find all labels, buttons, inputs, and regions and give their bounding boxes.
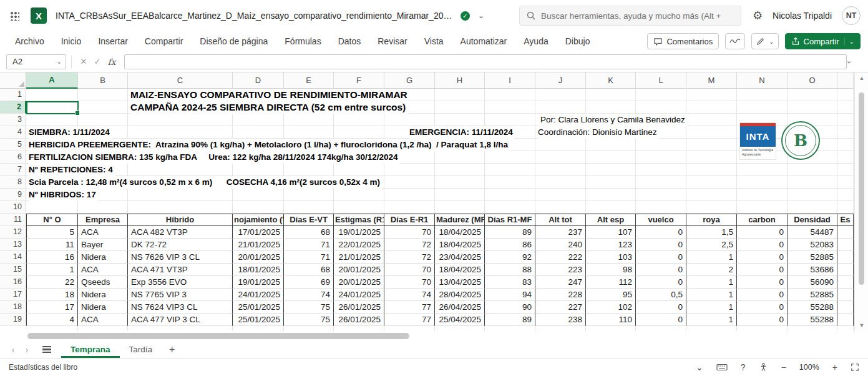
header-cell-nojamiento-v[interactable]: nojamiento (V	[233, 214, 284, 226]
cell-K15[interactable]: 98	[586, 264, 636, 276]
cell-H17[interactable]: 28/04/2025	[435, 289, 485, 301]
vertical-scrollbar[interactable]: ▲ ▼	[854, 72, 868, 331]
cell-text-row-4[interactable]: SIEMBRA: 1/11/2024	[29, 126, 112, 139]
excel-logo-icon[interactable]: X	[31, 7, 47, 24]
name-box-chevron-down-icon[interactable]: ⌄	[57, 58, 62, 65]
cell-G12[interactable]: 70	[384, 226, 435, 239]
cell-B16[interactable]: Qseeds	[78, 276, 128, 289]
cell-J12[interactable]: 237	[535, 226, 586, 239]
accessibility-icon[interactable]	[759, 362, 768, 372]
row-header-10[interactable]: 10	[0, 201, 26, 214]
zoom-level[interactable]: 100%	[799, 363, 819, 372]
cell-A16[interactable]: 22	[26, 276, 78, 289]
scroll-down-icon[interactable]: ▼	[858, 322, 866, 329]
cell-M18[interactable]: 1	[686, 301, 737, 314]
cell-P15[interactable]	[837, 264, 854, 276]
cell-B14[interactable]: Nidera	[78, 251, 128, 264]
cell-text-row-9[interactable]: Nº HIBRIDOS: 17	[29, 189, 98, 201]
row-header-19[interactable]: 19	[0, 314, 26, 326]
cancel-icon[interactable]: ✕	[77, 57, 90, 66]
ribbon-tab-compartir[interactable]: Compartir	[145, 36, 183, 46]
status-collapse-chevron-icon[interactable]: ⌄	[696, 363, 703, 372]
show-changes-button[interactable]	[725, 33, 745, 49]
keyboard-icon[interactable]	[716, 362, 728, 372]
cell-O15[interactable]: 53686	[788, 264, 837, 276]
column-header-E[interactable]: E	[284, 72, 334, 89]
row-header-3[interactable]: 3	[0, 114, 26, 126]
cell-I18[interactable]: 90	[485, 301, 535, 314]
cell-M14[interactable]: 1	[686, 251, 737, 264]
cell-I16[interactable]: 83	[485, 276, 535, 289]
cell-C19[interactable]: ACA 477 VIP 3 CL	[128, 314, 233, 326]
cell-P18[interactable]	[837, 301, 854, 314]
cell-P17[interactable]	[837, 289, 854, 301]
cell-I13[interactable]: 86	[485, 239, 535, 251]
cell-A19[interactable]: 4	[26, 314, 78, 326]
row-header-16[interactable]: 16	[0, 276, 26, 289]
cell-P13[interactable]	[837, 239, 854, 251]
column-header-H[interactable]: H	[435, 72, 485, 89]
avatar[interactable]: NT	[842, 6, 861, 25]
cell-C12[interactable]: ACA 482 VT3P	[128, 226, 233, 239]
zoom-out-button[interactable]: −	[781, 363, 786, 372]
cell-N16[interactable]: 0	[737, 276, 788, 289]
row-header-6[interactable]: 6	[0, 151, 26, 164]
cell-B17[interactable]: Nidera	[78, 289, 128, 301]
header-cell-carbon[interactable]: carbon	[737, 214, 788, 226]
ribbon-tab-vista[interactable]: Vista	[424, 36, 444, 46]
cell-N18[interactable]: 0	[737, 301, 788, 314]
row-header-9[interactable]: 9	[0, 189, 26, 201]
header-cell-vuelco[interactable]: vuelco	[636, 214, 686, 226]
cell-F14[interactable]: 21/01/2025	[334, 251, 384, 264]
cell-O12[interactable]: 54487	[788, 226, 837, 239]
cell-P14[interactable]	[837, 251, 854, 264]
cell-J16[interactable]: 247	[535, 276, 586, 289]
cell-N12[interactable]: 0	[737, 226, 788, 239]
cell-G13[interactable]: 72	[384, 239, 435, 251]
cell-P16[interactable]	[837, 276, 854, 289]
confirm-icon[interactable]: ✓	[90, 57, 104, 66]
row-header-14[interactable]: 14	[0, 251, 26, 264]
select-all-corner[interactable]	[0, 72, 26, 89]
column-header-F[interactable]: F	[334, 72, 384, 89]
cell-A17[interactable]: 18	[26, 289, 78, 301]
document-title[interactable]: INTA_CRBsAsSur_EEABalcarce_Martinez_D_Ma…	[56, 11, 455, 21]
cell-L19[interactable]: 0	[636, 314, 686, 326]
cell-D17[interactable]: 24/01/2025	[233, 289, 284, 301]
header-cell-empresa[interactable]: Empresa	[78, 214, 128, 226]
cell-text-row-2[interactable]: CAMPAÑA 2024-25 SIEMBRA DIRECTA (52 cm e…	[130, 101, 407, 114]
cell-M12[interactable]: 1,5	[686, 226, 737, 239]
column-header-partial[interactable]	[837, 72, 854, 89]
ribbon-tab-inicio[interactable]: Inicio	[61, 36, 82, 46]
header-cell-roya[interactable]: roya	[686, 214, 737, 226]
cell-K17[interactable]: 95	[586, 289, 636, 301]
comments-button[interactable]: Comentarios	[647, 33, 719, 49]
cell-G14[interactable]: 72	[384, 251, 435, 264]
workbook-statistics-label[interactable]: Estadísticas del libro	[9, 363, 77, 372]
cell-K12[interactable]: 107	[586, 226, 636, 239]
column-header-G[interactable]: G	[384, 72, 435, 89]
cell-D18[interactable]: 25/01/2025	[233, 301, 284, 314]
header-cell-alt-tot[interactable]: Alt tot	[535, 214, 586, 226]
header-cell-hibrido[interactable]: Híbrido	[128, 214, 233, 226]
cell-F12[interactable]: 19/01/2025	[334, 226, 384, 239]
row-header-5[interactable]: 5	[0, 139, 26, 151]
row-header-13[interactable]: 13	[0, 239, 26, 251]
zoom-in-button[interactable]: +	[832, 363, 837, 372]
cell-A12[interactable]: 5	[26, 226, 78, 239]
row-header-2[interactable]: 2	[0, 101, 26, 114]
cell-I15[interactable]: 88	[485, 264, 535, 276]
cell-F15[interactable]: 20/01/2025	[334, 264, 384, 276]
cell-N13[interactable]: 0	[737, 239, 788, 251]
cell-E19[interactable]: 75	[284, 314, 334, 326]
header-cell-n-o[interactable]: N° O	[26, 214, 78, 226]
column-header-I[interactable]: I	[485, 72, 535, 89]
cell-P12[interactable]	[837, 226, 854, 239]
header-cell-dias-e-vt[interactable]: Días E-VT	[284, 214, 334, 226]
cell-C16[interactable]: Exp 3556 EVO	[128, 276, 233, 289]
cell-F18[interactable]: 26/01/2025	[334, 301, 384, 314]
cell-text-row-4[interactable]: EMERGENCIA: 11/11/2024	[409, 126, 515, 139]
cell-text-row-4[interactable]: Coordinación: Dionisio Martinez	[538, 126, 659, 139]
cell-C18[interactable]: NS 7624 VIP3 CL	[128, 301, 233, 314]
header-cell-dias-e-r1[interactable]: Días E-R1	[384, 214, 435, 226]
